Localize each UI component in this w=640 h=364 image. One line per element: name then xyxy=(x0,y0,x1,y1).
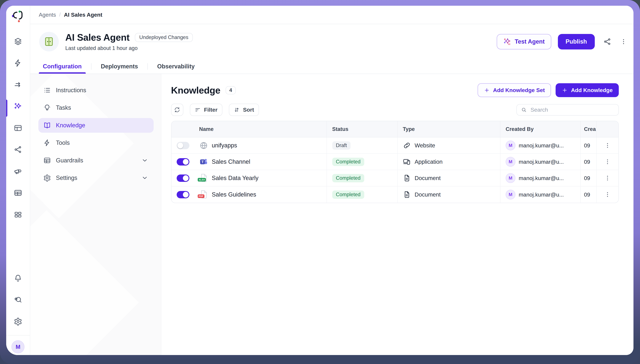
filter-button[interactable]: Filter xyxy=(190,104,222,116)
tab-deployments[interactable]: Deployments xyxy=(97,59,142,74)
search-icon xyxy=(521,107,527,113)
created-at-cell: 09 xyxy=(581,154,597,170)
book-open-icon xyxy=(43,122,51,129)
svg-text:T: T xyxy=(201,160,204,164)
knowledge-title: Knowledge xyxy=(171,85,220,96)
row-enabled-toggle[interactable] xyxy=(177,174,190,182)
xlsx-file-icon: XLSX xyxy=(199,173,208,183)
column-header: Type xyxy=(398,121,500,137)
row-name: Sales Guidelines xyxy=(212,191,256,198)
add-knowledge-set-button[interactable]: Add Knowledge Set xyxy=(478,83,551,97)
bell-icon xyxy=(14,274,22,282)
rail-item-ai-sparkles[interactable] xyxy=(14,102,22,111)
lightbulb-icon xyxy=(43,104,51,112)
knowledge-panel: Knowledge 4 Add Knowledge Set Add Knowle… xyxy=(161,74,634,355)
agent-header: AI Sales Agent Undeployed Changes Last u… xyxy=(30,24,634,59)
status-badge: Completed xyxy=(332,190,364,199)
pdf-file-icon: PDF xyxy=(199,190,208,199)
globe-icon xyxy=(199,141,208,150)
rail-item-layout-panel[interactable] xyxy=(14,124,22,132)
breadcrumb-agents-link[interactable]: Agents xyxy=(39,12,56,18)
tab-configuration[interactable]: Configuration xyxy=(39,59,86,74)
sidebar-item-instructions[interactable]: Instructions xyxy=(38,83,154,98)
add-knowledge-set-label: Add Knowledge Set xyxy=(493,87,545,93)
rail-item-apps-grid[interactable] xyxy=(14,210,22,219)
sidebar-item-knowledge[interactable]: Knowledge xyxy=(38,118,154,133)
knowledge-count-badge: 4 xyxy=(226,86,236,94)
row-kebab-icon[interactable] xyxy=(604,191,611,198)
app-rail: M xyxy=(6,6,30,355)
test-agent-button[interactable]: AI Test Agent xyxy=(497,34,551,50)
type-label: Website xyxy=(415,142,435,149)
sidebar-item-label: Tasks xyxy=(56,104,71,111)
app-icon xyxy=(403,158,411,166)
share-icon[interactable] xyxy=(603,38,612,46)
creator-avatar: M xyxy=(506,157,516,167)
row-kebab-icon[interactable] xyxy=(604,175,611,181)
data-table-icon xyxy=(14,188,22,197)
row-enabled-toggle[interactable] xyxy=(177,158,190,166)
row-enabled-toggle[interactable] xyxy=(177,191,190,198)
tab-separator xyxy=(148,63,148,70)
sidebar-item-label: Guardrails xyxy=(56,157,83,164)
arrows-right-icon xyxy=(14,80,22,89)
row-enabled-toggle[interactable] xyxy=(177,142,190,149)
sidebar-item-tools[interactable]: Tools xyxy=(38,136,154,150)
add-knowledge-label: Add Knowledge xyxy=(571,87,613,93)
publish-button[interactable]: Publish xyxy=(558,34,595,50)
sidebar-item-guardrails[interactable]: Guardrails xyxy=(38,153,154,168)
creator-avatar: M xyxy=(506,173,516,183)
search-input[interactable] xyxy=(530,106,614,114)
table-row[interactable]: unifyappsDraftWebsiteMmanoj.kumar@u...09 xyxy=(172,138,618,154)
table-row[interactable]: XLSXSales Data YearlyCompletedDocumentMm… xyxy=(172,170,618,186)
type-label: Application xyxy=(415,158,442,165)
user-avatar[interactable]: M xyxy=(12,340,24,354)
rail-item-bell[interactable] xyxy=(14,274,22,282)
rail-item-layers[interactable] xyxy=(14,37,22,46)
apps-grid-icon xyxy=(14,210,22,219)
filter-label: Filter xyxy=(204,106,218,113)
doc-icon xyxy=(403,190,411,199)
column-header-actions xyxy=(597,121,618,137)
row-kebab-icon[interactable] xyxy=(604,142,611,149)
breadcrumb: Agents / AI Sales Agent xyxy=(30,6,634,24)
rail-active-indicator xyxy=(6,100,8,117)
rail-item-settings-gear[interactable] xyxy=(14,317,22,326)
table-header: NameStatusTypeCreated ByCrea xyxy=(172,121,618,138)
search-box xyxy=(516,104,619,116)
undeployed-changes-badge: Undeployed Changes xyxy=(135,33,193,42)
column-header: Status xyxy=(327,121,398,137)
created-at-cell: 09 xyxy=(581,138,597,154)
creator-email: manoj.kumar@u... xyxy=(519,175,564,181)
layers-icon xyxy=(14,37,22,46)
column-header: Crea xyxy=(581,121,597,137)
rail-item-share-nodes[interactable] xyxy=(14,145,22,154)
rail-item-ai-search[interactable] xyxy=(14,296,22,304)
status-badge: Completed xyxy=(332,158,364,166)
row-name: Sales Data Yearly xyxy=(212,175,258,182)
sort-button[interactable]: Sort xyxy=(229,104,259,116)
type-label: Document xyxy=(415,191,441,198)
rail-item-data-table[interactable] xyxy=(14,188,22,197)
add-knowledge-button[interactable]: Add Knowledge xyxy=(556,83,619,97)
svg-text:AI: AI xyxy=(508,43,510,46)
row-kebab-icon[interactable] xyxy=(604,158,611,165)
table-row[interactable]: TSales ChannelCompletedApplicationMmanoj… xyxy=(172,154,618,170)
tab-observability[interactable]: Observability xyxy=(153,59,199,74)
rail-item-bolt[interactable] xyxy=(14,59,22,68)
table-row[interactable]: PDFSales GuidelinesCompletedDocumentMman… xyxy=(172,186,618,203)
knowledge-table: NameStatusTypeCreated ByCrea unifyappsDr… xyxy=(171,121,619,203)
ai-sparkles-icon xyxy=(14,102,22,111)
creator-avatar: M xyxy=(506,190,516,200)
settings-gear-icon xyxy=(14,317,22,326)
refresh-button[interactable] xyxy=(171,104,183,116)
rail-item-megaphone[interactable] xyxy=(14,167,22,176)
sidebar-item-tasks[interactable]: Tasks xyxy=(38,100,154,115)
row-name: Sales Channel xyxy=(212,158,250,165)
sidebar-item-label: Settings xyxy=(56,174,78,181)
kebab-menu-icon[interactable] xyxy=(620,38,627,45)
rail-item-arrows-right[interactable] xyxy=(14,80,22,89)
sidebar-item-settings[interactable]: Settings xyxy=(38,170,154,185)
plus-icon xyxy=(562,87,568,93)
refresh-icon xyxy=(174,107,180,113)
